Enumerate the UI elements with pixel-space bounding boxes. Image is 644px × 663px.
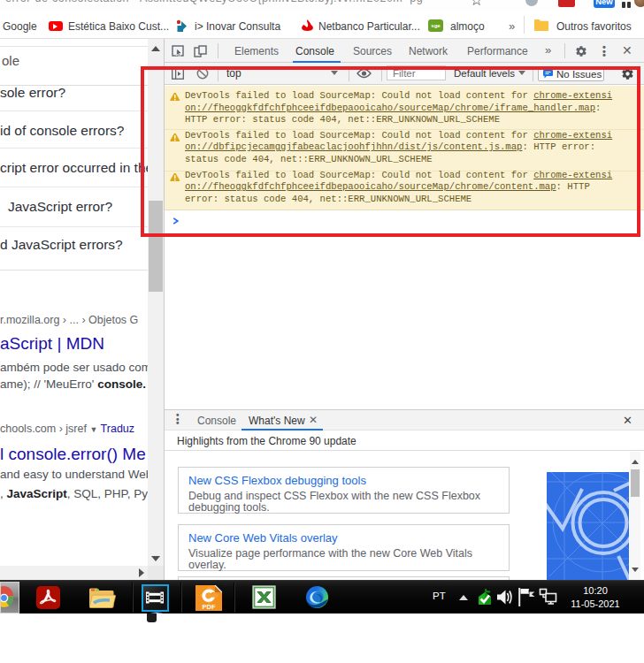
svg-text:PDF: PDF	[203, 603, 216, 611]
